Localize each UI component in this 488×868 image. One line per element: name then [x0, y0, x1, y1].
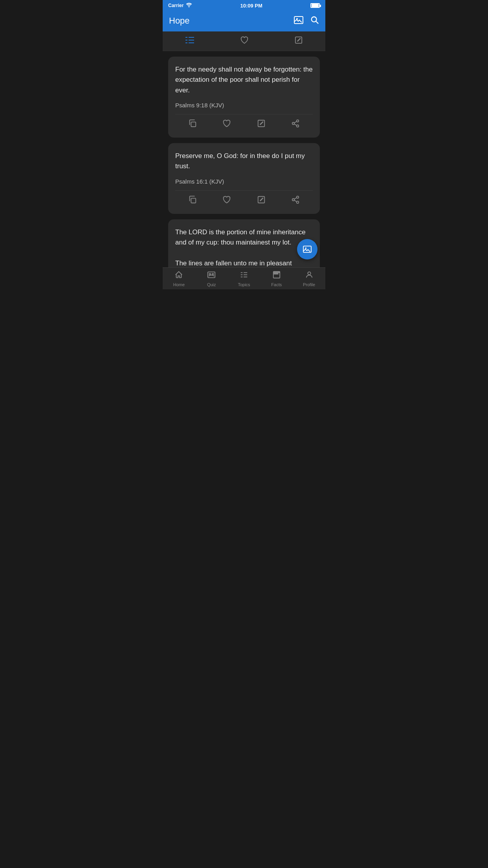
- svg-line-24: [294, 197, 297, 199]
- tab-edit[interactable]: [283, 35, 314, 48]
- quiz-icon: [207, 270, 216, 281]
- verse-card-1: For the needy shall not alway be forgott…: [168, 57, 320, 138]
- verse-actions-1: [175, 114, 313, 131]
- verse-ref-2: Psalms 16:1 (KJV): [175, 178, 313, 185]
- tab-favorites[interactable]: [228, 35, 261, 48]
- edit-button-1[interactable]: [254, 118, 269, 131]
- image-icon[interactable]: [294, 16, 303, 26]
- svg-line-4: [316, 21, 318, 24]
- nav-home[interactable]: Home: [163, 268, 195, 289]
- svg-point-3: [312, 17, 317, 22]
- home-icon: [174, 270, 183, 281]
- facts-icon: [272, 270, 281, 281]
- nav-home-label: Home: [173, 282, 185, 287]
- svg-line-17: [294, 121, 297, 123]
- app-header: Hope: [163, 11, 325, 31]
- copy-button-2[interactable]: [185, 194, 200, 208]
- verse-card-3: The LORD is the portion of mine inherita…: [168, 219, 320, 267]
- verse-text-3: The LORD is the portion of mine inherita…: [175, 227, 313, 267]
- verse-card-2: Preserve me, O God: for in thee do I put…: [168, 143, 320, 214]
- svg-point-30: [212, 273, 214, 275]
- status-bar: Carrier 10:09 PM: [163, 0, 325, 11]
- nav-quiz-label: Quiz: [207, 282, 216, 287]
- svg-point-29: [209, 273, 211, 275]
- carrier-label: Carrier: [168, 3, 183, 8]
- verse-ref-1: Psalms 9:18 (KJV): [175, 102, 313, 108]
- list-icon: [185, 37, 194, 46]
- svg-line-18: [294, 124, 297, 125]
- status-left: Carrier: [168, 2, 192, 9]
- svg-point-0: [189, 6, 190, 7]
- edit-icon: [295, 36, 303, 46]
- svg-rect-12: [191, 122, 196, 127]
- wifi-icon: [186, 2, 192, 9]
- like-button-1[interactable]: [219, 118, 234, 131]
- status-right: [310, 3, 320, 8]
- heart-icon: [240, 36, 249, 46]
- nav-topics[interactable]: Topics: [228, 268, 261, 289]
- edit-button-2[interactable]: [254, 194, 269, 208]
- fab-image-button[interactable]: [297, 239, 317, 259]
- verses-list: For the needy shall not alway be forgott…: [163, 51, 325, 267]
- copy-button-1[interactable]: [185, 118, 200, 131]
- nav-profile-label: Profile: [303, 282, 315, 287]
- verse-text-2: Preserve me, O God: for in thee do I put…: [175, 151, 313, 172]
- nav-facts[interactable]: Facts: [260, 268, 293, 289]
- verse-actions-2: [175, 190, 313, 208]
- search-icon[interactable]: [310, 16, 319, 26]
- battery-icon: [310, 3, 320, 8]
- verse-text-1: For the needy shall not alway be forgott…: [175, 64, 313, 96]
- header-actions: [294, 16, 319, 26]
- nav-facts-label: Facts: [271, 282, 282, 287]
- svg-point-38: [308, 272, 310, 274]
- topics-icon: [240, 270, 248, 281]
- status-time: 10:09 PM: [240, 3, 262, 9]
- secondary-tabs: [163, 31, 325, 51]
- tab-list[interactable]: [174, 35, 206, 47]
- svg-rect-19: [191, 198, 196, 203]
- bottom-navigation: Home Quiz Topics: [163, 267, 325, 289]
- nav-profile[interactable]: Profile: [293, 268, 325, 289]
- nav-quiz[interactable]: Quiz: [195, 268, 228, 289]
- page-title: Hope: [169, 16, 190, 26]
- share-button-2[interactable]: [288, 194, 303, 208]
- svg-line-25: [294, 200, 297, 202]
- profile-icon: [305, 270, 314, 281]
- nav-topics-label: Topics: [238, 282, 250, 287]
- like-button-2[interactable]: [219, 194, 234, 208]
- svg-point-27: [305, 247, 307, 249]
- share-button-1[interactable]: [288, 118, 303, 131]
